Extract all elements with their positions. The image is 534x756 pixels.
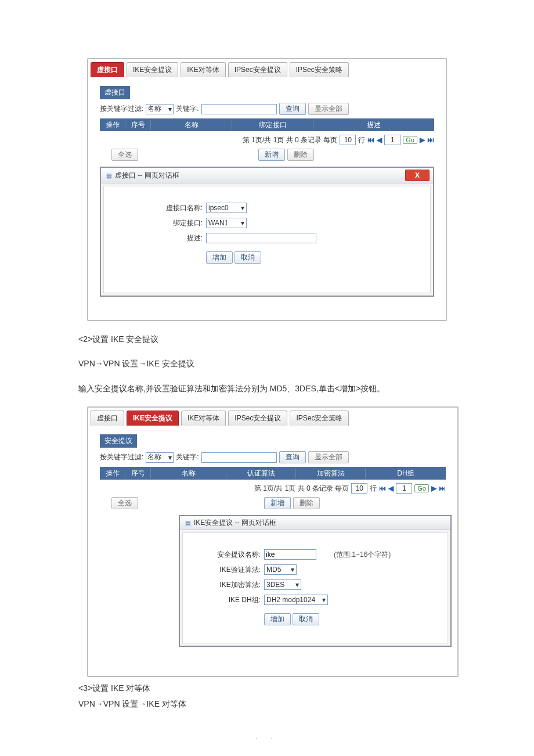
pager-prev-icon[interactable]: ◀ bbox=[377, 136, 382, 144]
keyword-label: 关键字: bbox=[176, 452, 199, 462]
document-icon: ▤ bbox=[183, 519, 192, 527]
col-idx: 序号 bbox=[125, 120, 151, 130]
tab-ipsec-policy[interactable]: IPSec安全策略 bbox=[290, 411, 349, 426]
add-button[interactable]: 新增 bbox=[258, 149, 285, 161]
tab-ipsec-proposal[interactable]: IPSec安全提议 bbox=[228, 62, 287, 77]
pager-rows-unit: 行 bbox=[358, 135, 365, 145]
pager-page-input[interactable]: 1 bbox=[396, 483, 412, 494]
delete-button[interactable]: 删除 bbox=[287, 149, 314, 161]
pager-next-icon[interactable]: ▶ bbox=[431, 484, 436, 492]
show-all-button[interactable]: 显示全部 bbox=[308, 103, 349, 115]
document-icon: ▤ bbox=[104, 171, 113, 179]
filter-select[interactable]: 名称▾ bbox=[146, 452, 174, 463]
table-header: 操作 序号 名称 认证算法 加密算法 DH组 bbox=[100, 467, 446, 480]
tab-virtual-interface[interactable]: 虚接口 bbox=[91, 411, 124, 426]
input-desc[interactable] bbox=[206, 233, 316, 243]
chevron-down-icon: ▾ bbox=[168, 453, 172, 462]
delete-button[interactable]: 删除 bbox=[293, 497, 320, 509]
dialog-cancel-button[interactable]: 取消 bbox=[293, 613, 319, 625]
dialog-title: 虚接口 -- 网页对话框 bbox=[115, 171, 179, 181]
panel-ike-proposal: 虚接口 IKE安全提议 IKE对等体 IPSec安全提议 IPSec安全策略 安… bbox=[87, 406, 459, 677]
chevron-down-icon: ▾ bbox=[168, 105, 172, 113]
keyword-label: 关键字: bbox=[176, 104, 199, 114]
pager-go-button[interactable]: Go bbox=[414, 484, 429, 492]
add-button[interactable]: 新增 bbox=[264, 497, 291, 509]
col-idx: 序号 bbox=[125, 469, 151, 478]
tab-ike-proposal[interactable]: IKE安全提议 bbox=[127, 62, 178, 77]
dialog-close-button[interactable]: X bbox=[405, 170, 430, 181]
col-auth: 认证算法 bbox=[226, 469, 296, 478]
query-button[interactable]: 查询 bbox=[279, 103, 306, 115]
chevron-down-icon: ▾ bbox=[241, 219, 244, 227]
tab-virtual-interface[interactable]: 虚接口 bbox=[91, 62, 124, 77]
dialog-virtual-interface: ▤ 虚接口 -- 网页对话框 X 虚接口名称: ipsec0▾ 绑定接口: bbox=[100, 167, 434, 297]
input-proposal-name[interactable] bbox=[264, 549, 316, 560]
filter-label: 按关键字过滤: bbox=[100, 104, 143, 114]
tab-ipsec-proposal[interactable]: IPSec安全提议 bbox=[228, 411, 287, 426]
pager: 第 1页/共 1页 共 0 条记录 每页 10 行 ⏮ ◀ 1 Go ▶ ⏭ bbox=[100, 135, 434, 145]
col-desc: 描述 bbox=[313, 120, 434, 130]
col-dh: DH组 bbox=[366, 469, 446, 478]
chevron-down-icon: ▾ bbox=[241, 204, 244, 212]
select-vif-name[interactable]: ipsec0▾ bbox=[206, 203, 247, 213]
tab-bar: 虚接口 IKE安全提议 IKE对等体 IPSec安全提议 IPSec安全策略 bbox=[88, 59, 446, 77]
pager-prev-icon[interactable]: ◀ bbox=[388, 484, 394, 492]
dialog-add-button[interactable]: 增加 bbox=[264, 613, 291, 625]
select-enc[interactable]: 3DES▾ bbox=[264, 579, 301, 590]
tab-ike-proposal[interactable]: IKE安全提议 bbox=[127, 411, 179, 426]
label-bind-if: 绑定接口: bbox=[116, 218, 206, 228]
rows-per-page[interactable]: 10 bbox=[351, 483, 367, 494]
step2-title: <2>设置 IKE 安全提议 bbox=[78, 333, 534, 345]
label-auth: IKE验证算法: bbox=[191, 565, 264, 575]
chevron-down-icon: ▾ bbox=[322, 596, 326, 604]
pager-go-button[interactable]: Go bbox=[403, 136, 417, 144]
tab-bar: 虚接口 IKE安全提议 IKE对等体 IPSec安全提议 IPSec安全策略 bbox=[88, 408, 457, 425]
chevron-down-icon: ▾ bbox=[291, 566, 294, 574]
select-dh[interactable]: DH2 modp1024▾ bbox=[264, 595, 328, 605]
rows-per-page[interactable]: 10 bbox=[340, 135, 356, 145]
pager-first-icon[interactable]: ⏮ bbox=[379, 484, 386, 492]
panel-virtual-interface: 虚接口 IKE安全提议 IKE对等体 IPSec安全提议 IPSec安全策略 虚… bbox=[87, 58, 447, 321]
tab-ike-peer[interactable]: IKE对等体 bbox=[181, 62, 225, 77]
pager-first-icon[interactable]: ⏮ bbox=[367, 136, 374, 144]
pager-next-icon[interactable]: ▶ bbox=[420, 136, 425, 144]
table-header: 操作 序号 名称 绑定接口 描述 bbox=[100, 118, 434, 131]
select-auth[interactable]: MD5▾ bbox=[264, 564, 297, 575]
section-header: 安全提议 bbox=[100, 434, 137, 448]
query-button[interactable]: 查询 bbox=[279, 451, 306, 463]
keyword-input[interactable] bbox=[201, 104, 277, 114]
pager-page-input[interactable]: 1 bbox=[384, 135, 400, 145]
col-op: 操作 bbox=[100, 120, 125, 130]
pager-text: 第 1页/共 1页 共 0 条记录 每页 bbox=[243, 135, 337, 145]
dialog-add-button[interactable]: 增加 bbox=[206, 251, 233, 264]
hint-name-range: (范围:1~16个字符) bbox=[334, 550, 391, 560]
label-vif-name: 虚接口名称: bbox=[116, 203, 206, 213]
pager-last-icon[interactable]: ⏭ bbox=[439, 484, 446, 492]
pager-text: 第 1页/共 1页 共 0 条记录 每页 bbox=[254, 484, 349, 494]
select-all-button[interactable]: 全选 bbox=[111, 149, 138, 161]
step3-title: <3>设置 IKE 对等体 bbox=[78, 682, 534, 694]
section-header: 虚接口 bbox=[100, 86, 130, 99]
dialog-ike-proposal: ▤ IKE安全提议 -- 网页对话框 安全提议名称: (范围:1~16个字符) … bbox=[179, 515, 452, 647]
filter-select[interactable]: 名称▾ bbox=[146, 104, 174, 114]
step3-path: VPN→VPN 设置→IKE 对等体 bbox=[78, 697, 534, 710]
step2-desc: 输入安全提议名称,并设置验证算法和加密算法分别为 MD5、3DES,单击<增加>… bbox=[78, 382, 534, 395]
dialog-cancel-button[interactable]: 取消 bbox=[234, 251, 261, 264]
pager: 第 1页/共 1页 共 0 条记录 每页 10 行 ⏮ ◀ 1 Go ▶ ⏭ bbox=[100, 483, 446, 494]
chevron-down-icon: ▾ bbox=[295, 581, 299, 589]
pager-rows-unit: 行 bbox=[370, 484, 377, 494]
show-all-button[interactable]: 显示全部 bbox=[308, 451, 349, 463]
pager-last-icon[interactable]: ⏭ bbox=[427, 136, 434, 144]
select-all-button[interactable]: 全选 bbox=[111, 497, 138, 509]
tab-ipsec-policy[interactable]: IPSec安全策略 bbox=[290, 62, 349, 77]
label-desc: 描述: bbox=[116, 233, 206, 243]
page-footer: . . bbox=[0, 733, 534, 740]
label-proposal-name: 安全提议名称: bbox=[191, 550, 264, 560]
select-bind-if[interactable]: WAN1▾ bbox=[206, 218, 247, 228]
col-bind: 绑定接口 bbox=[232, 120, 313, 130]
col-enc: 加密算法 bbox=[296, 469, 366, 478]
label-dh: IKE DH组: bbox=[191, 595, 264, 605]
step2-path: VPN→VPN 设置→IKE 安全提议 bbox=[78, 357, 534, 370]
tab-ike-peer[interactable]: IKE对等体 bbox=[181, 411, 226, 426]
keyword-input[interactable] bbox=[201, 452, 277, 463]
